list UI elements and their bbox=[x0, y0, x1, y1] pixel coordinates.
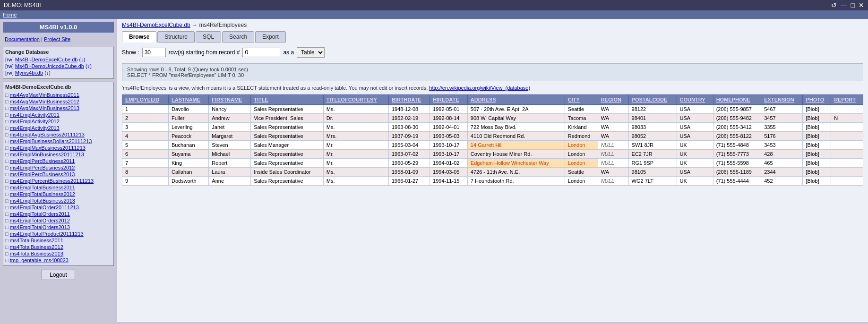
sidebar-table-item: ms4EmplPercBusiness2011 bbox=[5, 158, 112, 164]
cell-city: Redmond bbox=[565, 132, 598, 141]
cell-courtesy: Mrs. bbox=[323, 132, 388, 141]
menu-bar: Home bbox=[0, 10, 868, 19]
sidebar-table-item: ms4EmplActivity2011 bbox=[5, 111, 112, 118]
sidebar-table-link[interactable]: ms4EmplTotalOrders2011 bbox=[10, 211, 70, 217]
tab-sql[interactable]: SQL bbox=[196, 31, 221, 43]
cell-report: N bbox=[831, 114, 863, 123]
sidebar-table-link[interactable]: ms4EmplActivity2013 bbox=[10, 125, 60, 131]
documentation-link[interactable]: Documentation bbox=[5, 36, 40, 42]
view-select[interactable]: Table Grid bbox=[297, 47, 325, 58]
maximize-icon[interactable]: □ bbox=[851, 1, 855, 9]
sidebar-table-link[interactable]: ms4AvgMaxMinBusiness2011 bbox=[10, 92, 79, 98]
sidebar-table-item: ms4EmplTotalBusiness2012 bbox=[5, 191, 112, 197]
title-bar: DEMO: MS4BI ↺ — □ ✕ bbox=[0, 0, 868, 10]
sidebar-table-link[interactable]: ms4EmplMinBusiness20111213 bbox=[10, 152, 84, 157]
table-row: 7KingRobertSales RepresentativeMr.1960-0… bbox=[122, 159, 863, 168]
cell-birthdate: 1963-07-02 bbox=[388, 150, 430, 159]
sidebar-table-link[interactable]: ms4EmplPercBusiness2013 bbox=[10, 171, 75, 177]
col-header-address: ADDRESS bbox=[467, 95, 565, 105]
tab-browse[interactable]: Browse bbox=[122, 31, 156, 43]
db-item-3: [rw] Myms4bi.db (↓) bbox=[5, 70, 112, 76]
cell-id: 5 bbox=[122, 141, 169, 150]
sidebar-table-link[interactable]: ms4TotalBusiness2013 bbox=[10, 251, 63, 256]
cell-hiredate: 1992-05-01 bbox=[430, 105, 468, 114]
cell-courtesy: Ms. bbox=[323, 168, 388, 177]
sidebar-table-link[interactable]: ms4EmplPercBusiness2011 bbox=[10, 158, 75, 164]
sidebar-table-link[interactable]: ms4AvgMaxMinBusiness2013 bbox=[10, 105, 79, 111]
sidebar-table-link[interactable]: ms4EmplTotalBusiness2011 bbox=[10, 185, 75, 190]
sidebar-table-item: ms4EmplMaxBusiness20111213 bbox=[5, 145, 112, 151]
db-item-2: [rw] Ms4BI-DemoUnicodeCube.db (↓) bbox=[5, 63, 112, 69]
db-link-unicode[interactable]: Ms4BI-DemoUnicodeCube.db bbox=[15, 63, 84, 69]
sidebar-table-link[interactable]: ms4EmplPercentBusiness20111213 bbox=[10, 178, 94, 184]
sidebar-table-link[interactable]: ms4EmplTotalOrder20111213 bbox=[10, 205, 79, 210]
sidebar-table-link[interactable]: ms4EmplTotalOrders2013 bbox=[10, 224, 70, 230]
close-icon[interactable]: ✕ bbox=[859, 1, 864, 9]
tab-export[interactable]: Export bbox=[255, 31, 286, 43]
sidebar-table-link[interactable]: ms4EmplTotalOrders2012 bbox=[10, 218, 70, 223]
sidebar-table-link[interactable]: ms4EmplActivity2012 bbox=[10, 119, 60, 124]
cell-photo: [Blob] bbox=[803, 141, 831, 150]
sidebar-table-link[interactable]: ms4EmplTotalBusiness2012 bbox=[10, 191, 75, 197]
sidebar-table-link[interactable]: ms4TotalBusiness2011 bbox=[10, 238, 63, 243]
tab-search[interactable]: Search bbox=[222, 31, 254, 43]
minimize-icon[interactable]: — bbox=[841, 1, 847, 9]
view-notice-link[interactable]: http://en.wikipedia.org/wiki/View_(datab… bbox=[429, 85, 530, 91]
logout-area: Logout bbox=[3, 270, 114, 280]
sidebar-table-link[interactable]: ms4EmplMaxBusiness20111213 bbox=[10, 145, 86, 151]
logout-button[interactable]: Logout bbox=[42, 270, 75, 280]
sidebar-table-link[interactable]: ms4EmplTotalProduct20111213 bbox=[10, 231, 84, 237]
data-table: EMPLOYEEIDLASTNAMEFIRSTNAMETITLETITLEOFC… bbox=[122, 94, 863, 186]
cell-country: USA bbox=[677, 168, 713, 177]
sidebar-table-link[interactable]: tmp_gentable_ms400023 bbox=[10, 257, 69, 263]
sidebar: MS4BI v1.0.0 Documentation | Project Sit… bbox=[0, 19, 117, 322]
cell-postalcode: WG2 7LT bbox=[628, 177, 677, 186]
home-link[interactable]: Home bbox=[3, 12, 17, 17]
db-link-myms4[interactable]: Myms4bi.db bbox=[15, 70, 43, 76]
breadcrumb: Ms4BI-DemoExcelCube.db → ms4RefEmployees bbox=[122, 22, 863, 28]
row-count-input[interactable]: 30 bbox=[142, 48, 166, 57]
cell-photo: [Blob] bbox=[803, 177, 831, 186]
col-header-country: COUNTRY bbox=[677, 95, 713, 105]
cell-country: UK bbox=[677, 141, 713, 150]
cell-birthdate: 1960-05-29 bbox=[388, 159, 430, 168]
sidebar-table-item: ms4EmplTotalOrder20111213 bbox=[5, 204, 112, 211]
cell-courtesy: Mr. bbox=[323, 141, 388, 150]
cell-city: London bbox=[565, 177, 598, 186]
breadcrumb-db[interactable]: Ms4BI-DemoExcelCube.db bbox=[122, 22, 190, 28]
col-header-homephone: HOMEPHONE bbox=[713, 95, 761, 105]
sidebar-table-item: ms4EmplPercentBusiness20111213 bbox=[5, 178, 112, 184]
cell-courtesy: Ms. bbox=[323, 105, 388, 114]
main-layout: MS4BI v1.0.0 Documentation | Project Sit… bbox=[0, 19, 868, 322]
db-link-excel[interactable]: Ms4BI-DemoExcelCube.db bbox=[15, 57, 78, 62]
cell-homephone: (71) 555-4848 bbox=[713, 141, 761, 150]
col-header-extension: EXTENSION bbox=[761, 95, 803, 105]
cell-birthdate: 1963-08-30 bbox=[388, 123, 430, 132]
table-body: 1DavolioNancySales RepresentativeMs.1948… bbox=[122, 105, 863, 186]
cell-postalcode: 98401 bbox=[628, 114, 677, 123]
cell-lastname: Peacock bbox=[169, 132, 209, 141]
cell-hiredate: 1993-10-17 bbox=[430, 150, 468, 159]
cell-postalcode: 98052 bbox=[628, 132, 677, 141]
project-site-link[interactable]: Project Site bbox=[44, 36, 70, 42]
cell-homephone: (71) 555-4444 bbox=[713, 177, 761, 186]
sidebar-table-link[interactable]: ms4EmplPercBusiness2012 bbox=[10, 165, 75, 171]
sidebar-table-link[interactable]: ms4AvgMaxMinBusiness2012 bbox=[10, 99, 79, 104]
sidebar-table-link[interactable]: ms4EmplAvgBusiness20111213 bbox=[10, 132, 85, 137]
cell-city: Tacoma bbox=[565, 114, 598, 123]
cell-title: Sales Representative bbox=[251, 105, 324, 114]
breadcrumb-arrow: → bbox=[192, 22, 198, 28]
tab-structure[interactable]: Structure bbox=[157, 31, 195, 43]
sidebar-table-link[interactable]: ms4EmplActivity2011 bbox=[10, 112, 60, 118]
sidebar-table-link[interactable]: ms4TotalBusiness2012 bbox=[10, 244, 63, 250]
sidebar-table-link[interactable]: ms4EmplBusinessDollars20111213 bbox=[10, 138, 92, 144]
refresh-icon[interactable]: ↺ bbox=[831, 1, 837, 9]
cell-address: 4110 Old Redmond Rd. bbox=[467, 132, 565, 141]
cell-extension: 3457 bbox=[761, 114, 803, 123]
sidebar-table-link[interactable]: ms4EmplTotalBusiness2013 bbox=[10, 198, 75, 204]
cell-country: USA bbox=[677, 123, 713, 132]
window-controls[interactable]: ↺ — □ ✕ bbox=[831, 1, 864, 9]
col-header-birthdate: BIRTHDATE bbox=[388, 95, 430, 105]
cell-title: Sales Manager bbox=[251, 141, 324, 150]
start-record-input[interactable]: 0 bbox=[242, 48, 280, 57]
